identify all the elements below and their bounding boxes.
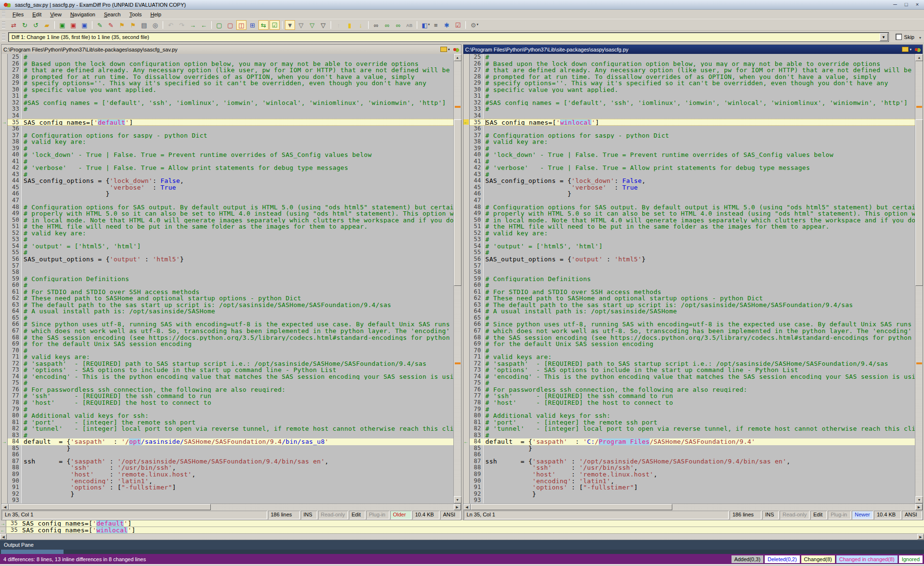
show-check-option-icon[interactable]: ☑ <box>270 20 280 30</box>
compare-icon[interactable] <box>453 47 459 52</box>
filter-show-all-icon[interactable]: ▼ <box>285 20 295 30</box>
code-text[interactable]: # For STDIO and STDIO over SSH access me… <box>22 289 453 296</box>
code-text[interactable] <box>484 451 915 458</box>
code-text[interactable]: # For passwordless ssh connection, the f… <box>22 386 453 393</box>
scrollbar-thumb[interactable] <box>915 119 923 286</box>
code-text[interactable]: 'options' : ["-fullstimer"] <box>484 484 915 491</box>
code-text[interactable]: # <box>484 54 915 61</box>
close-button[interactable]: × <box>912 1 922 8</box>
code-text[interactable]: # Configuration options for saspy - pyth… <box>22 132 453 139</box>
code-text[interactable]: # in local mode. Note that HTML 4.0 will… <box>22 217 453 224</box>
code-text[interactable]: # the HTML file will need to be put in t… <box>22 223 453 230</box>
code-text[interactable]: # <box>484 145 915 152</box>
scrollbar-thumb[interactable] <box>9 504 211 510</box>
diff-marker-gutter[interactable]: ← <box>463 119 470 126</box>
code-text[interactable]: # These need path to SASHome and optiona… <box>484 295 915 302</box>
code-text[interactable]: # Configuration Definitions <box>22 276 453 283</box>
scroll-up-icon[interactable]: ▲ <box>915 54 923 61</box>
compare-files-icon[interactable]: ⇄ <box>9 20 19 30</box>
code-text[interactable]: 'host' : 'remote.linux.host', <box>22 471 453 478</box>
code-text[interactable]: # <box>22 249 453 256</box>
open-first-file-folder-icon[interactable] <box>440 47 447 52</box>
diffbar-grip[interactable] <box>2 34 5 40</box>
previous-difference-icon[interactable]: ↑ <box>334 20 344 30</box>
code-text[interactable]: # valid keys are: <box>22 354 453 360</box>
code-text[interactable]: # <box>22 282 453 289</box>
menu-navigation[interactable]: Navigation <box>66 10 100 19</box>
menu-help[interactable]: Help <box>146 10 166 19</box>
code-text[interactable]: SAS_output_options = {'output' : 'html5'… <box>484 256 915 263</box>
save-second-file-icon[interactable]: ▣ <box>68 20 78 30</box>
find-next-icon[interactable]: ∞ <box>382 20 392 30</box>
code-text[interactable]: # Since python uses utf-8, running SAS w… <box>484 321 915 328</box>
compare-icon[interactable] <box>914 47 921 52</box>
find-previous-icon[interactable]: ∞ <box>393 20 403 30</box>
undo-icon[interactable]: ↶ <box>166 20 176 30</box>
code-text[interactable]: # A usual install path is: /opt/sasinsid… <box>22 308 453 315</box>
menu-search[interactable]: Search <box>100 10 125 19</box>
scroll-right-icon[interactable]: ▶ <box>454 504 461 510</box>
code-text[interactable]: # <box>22 54 453 61</box>
code-text[interactable]: # 'tunnel' - [integer] local port to ope… <box>22 425 453 432</box>
diff-marker-gutter[interactable]: → <box>1 119 8 126</box>
first-file-recent-dropdown-icon[interactable]: ▾ <box>448 48 450 51</box>
code-text[interactable]: 'verbose' : True <box>484 184 915 191</box>
code-text[interactable]: default = {'saspath' : 'C:/Program Files… <box>484 438 915 445</box>
code-text[interactable]: # 'saspath' - [REQUIRED] path to SAS sta… <box>484 360 915 367</box>
code-text[interactable]: # A usual install path is: /opt/sasinsid… <box>484 308 915 315</box>
scroll-up-icon[interactable]: ▲ <box>454 54 462 61</box>
code-text[interactable]: # Based upon the lock_down configuration… <box>484 61 915 67</box>
code-text[interactable]: # valid key are: <box>484 139 915 145</box>
copy-to-first-icon[interactable]: ← <box>199 20 209 30</box>
code-text[interactable]: # <box>22 380 453 386</box>
filter-deleted-icon[interactable]: ▽ <box>307 20 317 30</box>
code-text[interactable]: # 'lock_down' - True | False. True = Pre… <box>484 152 915 158</box>
code-text[interactable]: # for the default Unix SAS session encod… <box>484 341 915 347</box>
code-text[interactable]: # <box>484 171 915 178</box>
code-text[interactable]: # <box>484 93 915 100</box>
output-pane-tab[interactable] <box>1 550 64 554</box>
code-text[interactable] <box>22 197 453 204</box>
code-text[interactable]: 'ssh' : '/usr/bin/ssh', <box>484 464 915 471</box>
code-text[interactable]: # <box>484 106 915 113</box>
code-text[interactable]: # <box>22 406 453 413</box>
diff-arrow-right-icon[interactable]: → <box>0 521 5 526</box>
code-text[interactable]: } <box>484 191 915 197</box>
code-text[interactable]: # 'options' - SAS options to include in … <box>22 367 453 373</box>
code-text[interactable]: # The default path to the sas start up s… <box>484 302 915 309</box>
code-text[interactable]: #SAS_config_names = ['default', 'ssh', '… <box>484 100 915 106</box>
scroll-right-icon[interactable]: ▶ <box>915 504 923 510</box>
code-text[interactable]: default = {'saspath' : '/opt/sasinside/S… <box>22 438 453 445</box>
code-text[interactable]: # 'encoding' - This is the python encodi… <box>22 373 453 380</box>
code-text[interactable]: # <box>484 236 915 243</box>
recompare-icon[interactable]: ↻ <box>20 20 30 30</box>
code-text[interactable]: # <box>484 380 915 386</box>
code-text[interactable]: # Additional valid keys for ssh: <box>484 412 915 419</box>
code-text[interactable] <box>484 113 915 119</box>
code-text[interactable]: # valid key are: <box>22 139 453 145</box>
first-file-header[interactable]: C:\Program Files\Python\Python37\Lib\sit… <box>1 45 461 54</box>
code-text[interactable]: ssh = {'saspath' : '/opt/sasinside/SASHo… <box>484 458 915 465</box>
first-file-code-area[interactable]: 25#26# Based upon the lock_down configur… <box>1 54 453 503</box>
code-text[interactable] <box>484 197 915 204</box>
diff-arrow-left-icon[interactable]: ← <box>0 527 5 533</box>
diff-marker-gutter[interactable]: ← <box>0 527 6 533</box>
line-details-icon[interactable]: ≡ <box>431 20 441 30</box>
code-text[interactable]: # For passwordless ssh connection, the f… <box>484 386 915 393</box>
settings-dropdown-icon[interactable]: ▾ <box>476 20 478 29</box>
code-text[interactable]: # Configuration Definitions <box>484 276 915 283</box>
code-text[interactable]: # specific value you want applied. <box>22 87 453 93</box>
second-file-header[interactable]: C:\Program Files\Python\Python37\Lib\sit… <box>463 45 923 54</box>
diff-marker-gutter[interactable]: ← <box>463 438 470 445</box>
second-file-horizontal-scrollbar[interactable]: ◀ ▶ <box>463 503 923 510</box>
menubar-grip[interactable] <box>2 11 5 18</box>
code-text[interactable]: # that are defined already. Any necessar… <box>484 67 915 74</box>
code-text[interactable]: # <box>22 432 453 439</box>
code-text[interactable]: # <box>484 315 915 322</box>
panes-layout-icon[interactable]: ◧▾ <box>420 20 430 30</box>
preview-diff-row[interactable]: →35SAS_config_names=['default'] <box>0 520 924 527</box>
code-text[interactable]: } <box>484 491 915 498</box>
code-text[interactable]: } <box>22 445 453 452</box>
copy-block-second-icon[interactable]: ⚑ <box>128 20 138 30</box>
code-text[interactable]: 'encoding': 'latin1', <box>22 478 453 485</box>
